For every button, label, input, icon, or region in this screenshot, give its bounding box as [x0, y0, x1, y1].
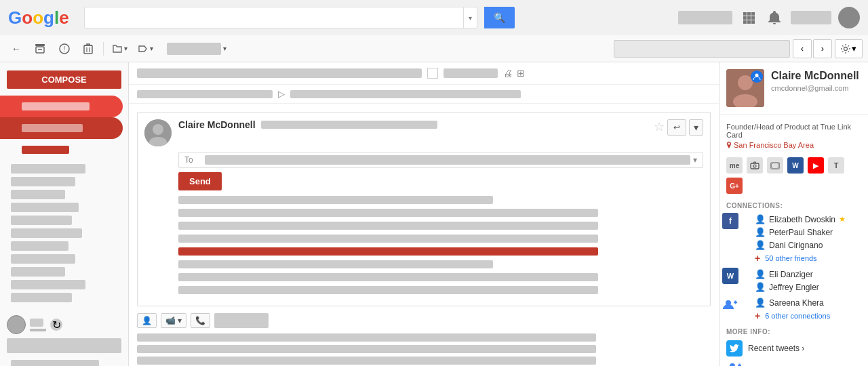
connection-sareena[interactable]: 👤 Sareena Khera: [745, 296, 868, 309]
camera-icon[interactable]: [747, 157, 763, 174]
me-icon[interactable]: me: [726, 157, 743, 174]
svg-point-16: [153, 124, 163, 135]
sidebar-rotate-btn[interactable]: ↻: [50, 319, 62, 331]
sidebar-ph-6: [11, 228, 82, 238]
g-connections-list: 👤 Sareena Khera + 6 other connections: [745, 296, 868, 323]
contact-avatar: [726, 69, 764, 107]
connection-name-8[interactable]: 6 other connections: [765, 312, 830, 320]
sidebar-item-inbox[interactable]: [0, 96, 123, 117]
connection-elizabeth[interactable]: 👤 Elizabeth Dwoskin ★: [745, 213, 868, 226]
connection-50-friends[interactable]: + 50 other friends: [745, 251, 868, 265]
main-layout: COMPOSE ↻: [0, 62, 868, 366]
next-email-button[interactable]: ›: [813, 39, 832, 58]
sidebar-avatar: [7, 315, 26, 334]
person-add-icon[interactable]: [726, 359, 743, 366]
search-button[interactable]: 🔍: [484, 7, 515, 28]
svg-rect-22: [751, 163, 759, 169]
connection-eli[interactable]: 👤 Eli Danziger: [745, 268, 868, 281]
sidebar-item-starred[interactable]: [0, 117, 123, 139]
linkedin-icon: W: [722, 268, 738, 284]
action-placeholder: [214, 313, 269, 328]
text-line-4: [178, 235, 598, 243]
svg-rect-0: [743, 12, 747, 16]
person-action-btn[interactable]: 👤: [137, 313, 157, 328]
svg-rect-25: [771, 163, 773, 164]
connection-dani[interactable]: 👤 Dani Cirignano: [745, 239, 868, 251]
email-tag-icon: ▷: [278, 89, 285, 99]
small-action-buttons: 👤 📹 ▾ 📞: [137, 313, 711, 328]
svg-rect-3: [743, 16, 747, 20]
text-line-3: [178, 222, 598, 230]
wordpress-icon[interactable]: W: [787, 157, 804, 174]
email-search-input[interactable]: [614, 40, 790, 58]
prev-email-button[interactable]: ‹: [793, 39, 812, 58]
to-expand-icon[interactable]: ▾: [693, 155, 697, 165]
more-dropdown[interactable]: ▾: [159, 39, 231, 59]
toolbar-separator-1: [103, 42, 104, 56]
avatar-badge: [751, 70, 763, 83]
twitter-icon: [726, 340, 743, 357]
compose-button[interactable]: COMPOSE: [7, 70, 121, 89]
recent-tweets-row[interactable]: Recent tweets ›: [719, 338, 868, 359]
contact-social-icons: me W ▶ T G+: [719, 153, 868, 198]
contact-info: Claire McDonnell cmcdonnel@gmail.com: [771, 69, 861, 92]
email-to-field: [137, 90, 273, 98]
star-button[interactable]: ☆: [654, 119, 665, 136]
report-button[interactable]: !: [53, 39, 76, 59]
connection-6-others[interactable]: + 6 other connections: [745, 309, 868, 323]
back-button[interactable]: ←: [5, 39, 27, 59]
search-input[interactable]: [85, 12, 463, 23]
connection-peterpaul[interactable]: 👤 PeterPaul Shaker: [745, 226, 868, 239]
connection-name-6: Jeffrey Engler: [769, 283, 819, 292]
folder-dropdown[interactable]: ▾: [108, 39, 132, 59]
sidebar-btn-arrow: [30, 329, 46, 331]
search-dropdown-arrow[interactable]: ▾: [463, 7, 477, 28]
sidebar-dropdown-group[interactable]: [30, 319, 46, 331]
contact-name: Claire McDonnell: [771, 69, 861, 82]
compose-area: To ▾ Send: [178, 152, 703, 294]
phone-action-btn[interactable]: 📞: [191, 313, 210, 328]
search-bar[interactable]: ▾: [84, 7, 477, 28]
email-checkbox[interactable]: [427, 68, 438, 79]
account-placeholder: [791, 11, 831, 24]
user-avatar[interactable]: [838, 7, 860, 28]
connection-name-4[interactable]: 50 other friends: [765, 254, 816, 262]
toolbar-right: ‹ › ▾: [614, 39, 863, 58]
bell-icon[interactable]: [765, 8, 784, 27]
svg-rect-8: [751, 20, 755, 24]
archive-button[interactable]: [28, 39, 52, 59]
svg-point-14: [844, 47, 848, 50]
contacts-icon: [722, 296, 738, 312]
svg-rect-4: [747, 16, 751, 20]
video-action-btn[interactable]: 📹 ▾: [161, 313, 186, 328]
sidebar-ph-10: [11, 280, 85, 289]
sidebar-bottom-list: [0, 353, 128, 366]
bottom-line-2: [137, 345, 596, 353]
youtube-icon[interactable]: ▶: [808, 157, 824, 174]
email-more-button[interactable]: ▾: [689, 119, 703, 136]
connection-jeffrey[interactable]: 👤 Jeffrey Engler: [745, 281, 868, 293]
sidebar-ph-9: [11, 267, 65, 277]
svg-point-23: [753, 165, 756, 167]
settings-button[interactable]: ▾: [835, 39, 863, 58]
to-value: [205, 155, 690, 165]
more-label-placeholder: [167, 43, 221, 55]
fb-connection-group: f 👤 Elizabeth Dwoskin ★ 👤 PeterPaul Shak…: [719, 211, 868, 266]
reply-button[interactable]: ↩: [667, 119, 686, 136]
delete-button[interactable]: [77, 39, 99, 59]
tumblr-icon[interactable]: T: [828, 157, 844, 174]
recent-tweets-label[interactable]: Recent tweets ›: [748, 344, 804, 353]
sidebar: COMPOSE ↻: [0, 62, 129, 366]
to-label: To: [184, 155, 205, 165]
label-dropdown[interactable]: ▾: [134, 39, 158, 59]
sidebar-avatar-row: ↻: [0, 306, 128, 338]
film-icon[interactable]: [767, 157, 783, 174]
gplus-icon[interactable]: G+: [726, 178, 743, 194]
svg-rect-5: [751, 16, 755, 20]
send-button[interactable]: Send: [178, 172, 222, 190]
sidebar-item-important[interactable]: [0, 139, 128, 161]
text-line-5: [178, 260, 493, 268]
expand-icon[interactable]: ⊞: [517, 68, 525, 79]
print-icon[interactable]: 🖨: [503, 68, 513, 79]
grid-icon[interactable]: [739, 8, 758, 27]
